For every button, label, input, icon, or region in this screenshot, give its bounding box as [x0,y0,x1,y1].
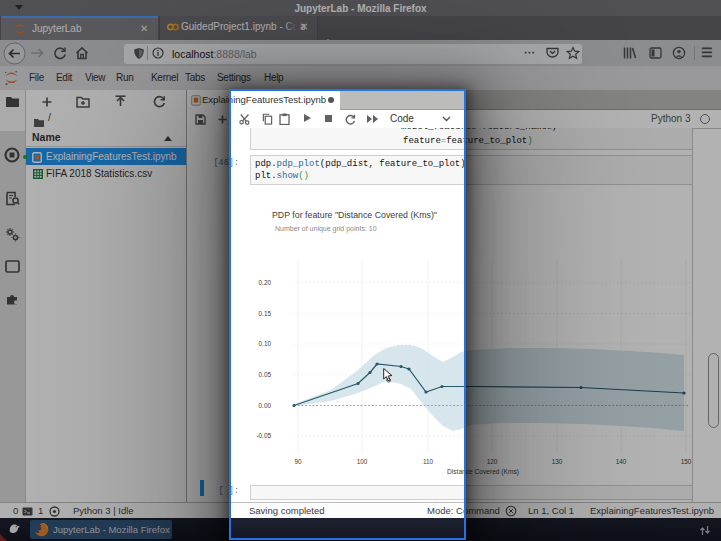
svg-text:120: 120 [487,458,498,465]
svg-text:150: 150 [681,458,692,465]
svg-text:140: 140 [616,458,627,465]
svg-text:130: 130 [552,458,563,465]
